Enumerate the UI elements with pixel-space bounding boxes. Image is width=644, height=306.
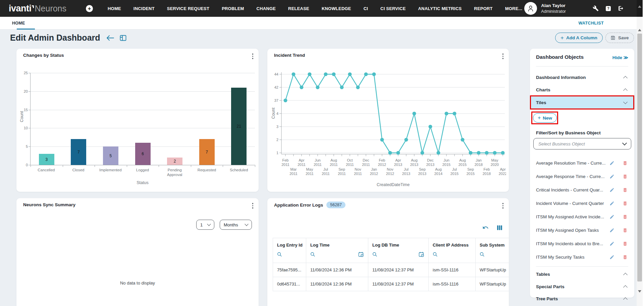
ivanti-neurons-logo[interactable]: ivanti Neurons xyxy=(9,3,66,14)
bar-closed[interactable]: 7 xyxy=(71,139,86,165)
nav-item-problem[interactable]: PROBLEM xyxy=(222,6,244,11)
layout-grid-icon[interactable] xyxy=(120,35,126,41)
data-point[interactable] xyxy=(413,112,416,116)
scroll-up-arrow[interactable] xyxy=(638,5,641,8)
calendar-icon[interactable] xyxy=(358,252,364,257)
watchlist-link[interactable]: WATCHLIST xyxy=(578,17,604,30)
data-point[interactable] xyxy=(324,73,328,76)
save-button[interactable]: Save xyxy=(605,33,634,43)
search-icon[interactable] xyxy=(480,252,485,257)
tab-home[interactable]: HOME xyxy=(9,17,28,30)
bar-requested[interactable]: 7 xyxy=(199,139,215,165)
delete-trash-icon[interactable] xyxy=(623,174,628,179)
sign-out-icon[interactable] xyxy=(618,5,624,11)
section-charts[interactable]: Charts xyxy=(530,84,634,95)
tile-item-critical-incidents-current-quar[interactable]: Critical Incidents - Current Quar... xyxy=(530,183,634,196)
section-special-parts[interactable]: Special Parts xyxy=(530,281,634,292)
nav-item-release[interactable]: RELEASE xyxy=(288,6,309,11)
delete-trash-icon[interactable] xyxy=(623,201,628,206)
nav-item-analytic-metrics[interactable]: ANALYTIC METRICS xyxy=(418,6,462,11)
delete-trash-icon[interactable] xyxy=(623,228,628,233)
edit-pencil-icon[interactable] xyxy=(609,187,614,192)
user-menu[interactable]: Alan Taylor Administrator xyxy=(524,2,566,15)
nav-item-more[interactable]: MORE... xyxy=(505,6,522,11)
data-point[interactable] xyxy=(445,112,448,116)
search-icon[interactable] xyxy=(372,252,377,257)
data-point[interactable] xyxy=(461,138,465,142)
data-point[interactable] xyxy=(437,151,440,155)
column-header-log-entry-id[interactable]: Log Entry Id xyxy=(273,238,306,248)
add-a-column-button[interactable]: + Add A Column xyxy=(555,33,603,43)
scroll-down-arrow[interactable] xyxy=(638,290,641,293)
nav-item-home[interactable]: HOME xyxy=(108,6,121,11)
business-object-select[interactable]: Select Business Object xyxy=(533,138,631,149)
data-point[interactable] xyxy=(364,73,368,76)
quick-add-icon[interactable]: + xyxy=(86,5,93,12)
data-point[interactable] xyxy=(356,86,360,89)
settings-wrench-icon[interactable] xyxy=(593,5,599,11)
delete-trash-icon[interactable] xyxy=(623,214,628,219)
data-point[interactable] xyxy=(429,125,432,129)
tile-item-average-resolution-time-curre[interactable]: Average Resolution Time - Curre... xyxy=(530,156,634,170)
data-point[interactable] xyxy=(469,151,473,155)
kebab-menu-icon[interactable] xyxy=(502,53,504,59)
delete-trash-icon[interactable] xyxy=(623,241,628,246)
edit-pencil-icon[interactable] xyxy=(609,214,614,219)
search-icon[interactable] xyxy=(310,252,315,257)
delete-trash-icon[interactable] xyxy=(623,161,628,166)
new-tile-button[interactable]: + New xyxy=(533,113,557,123)
data-point[interactable] xyxy=(284,99,287,102)
section-tiles[interactable]: Tiles xyxy=(530,96,634,108)
section-tree-parts[interactable]: Tree Parts xyxy=(530,293,634,304)
section-tables[interactable]: Tables xyxy=(530,268,634,280)
nav-item-knowledge[interactable]: KNOWLEDGE xyxy=(322,6,351,11)
tile-item-incident-volume-current-quarter[interactable]: Incident Volume - Current Quarter xyxy=(530,196,634,210)
table-row[interactable]: 75fae7595...11/08/2024 12:36 PM11/08/202… xyxy=(273,263,509,277)
data-point[interactable] xyxy=(388,151,392,155)
data-point[interactable] xyxy=(501,151,505,155)
data-point[interactable] xyxy=(300,86,304,89)
data-point[interactable] xyxy=(453,112,457,116)
nav-item-report[interactable]: REPORT xyxy=(474,6,492,11)
column-header-client-ip-address[interactable]: Client IP Address xyxy=(429,238,476,248)
calendar-icon[interactable] xyxy=(419,252,424,257)
avatar[interactable] xyxy=(524,2,537,15)
delete-trash-icon[interactable] xyxy=(623,187,628,192)
interval-unit-dropdown[interactable]: Months xyxy=(220,220,252,230)
edit-pencil-icon[interactable] xyxy=(609,161,614,166)
data-point[interactable] xyxy=(372,73,376,76)
data-point[interactable] xyxy=(308,73,312,76)
delete-trash-icon[interactable] xyxy=(623,255,628,260)
data-point[interactable] xyxy=(485,151,489,155)
section-dashboard-information[interactable]: Dashboard Information xyxy=(530,72,634,83)
bar-implemented[interactable]: 5 xyxy=(103,146,118,165)
edit-pencil-icon[interactable] xyxy=(609,201,614,206)
data-point[interactable] xyxy=(380,138,384,142)
nav-item-ci[interactable]: CI xyxy=(364,6,368,11)
undo-icon[interactable] xyxy=(482,224,489,231)
table-row[interactable]: 0d645731...11/08/2024 12:36 PM11/08/2024… xyxy=(273,277,509,291)
bar-logged[interactable]: 6 xyxy=(135,143,151,165)
help-icon[interactable]: ? xyxy=(606,6,611,11)
data-point[interactable] xyxy=(316,86,320,89)
scroll-up-arrow-2[interactable] xyxy=(638,29,641,31)
search-icon[interactable] xyxy=(277,252,282,257)
bar-cancelled[interactable]: 3 xyxy=(39,154,54,165)
edit-pencil-icon[interactable] xyxy=(609,241,614,246)
column-header-log-db-time[interactable]: Log DB Time xyxy=(368,238,429,248)
data-point[interactable] xyxy=(421,151,424,155)
edit-pencil-icon[interactable] xyxy=(609,255,614,260)
bar-scheduled[interactable]: 21 xyxy=(231,88,247,165)
kebab-menu-icon[interactable] xyxy=(502,203,504,209)
nav-item-service-request[interactable]: SERVICE REQUEST xyxy=(167,6,209,11)
data-point[interactable] xyxy=(292,73,296,76)
data-point[interactable] xyxy=(477,151,481,155)
kebab-menu-icon[interactable] xyxy=(252,203,254,209)
page-scrollbar[interactable] xyxy=(637,0,643,306)
column-header-log-time[interactable]: Log Time xyxy=(306,238,368,248)
tile-item-itsm-my-assigned-open-tasks[interactable]: ITSM My Assigned Open Tasks xyxy=(530,223,634,237)
column-chooser-icon[interactable] xyxy=(497,225,502,230)
interval-value-dropdown[interactable]: 1 xyxy=(196,220,214,230)
edit-pencil-icon[interactable] xyxy=(609,174,614,179)
tile-item-itsm-my-incidents-about-to-bre[interactable]: ITSM My Incidents about to Bre... xyxy=(530,237,634,250)
